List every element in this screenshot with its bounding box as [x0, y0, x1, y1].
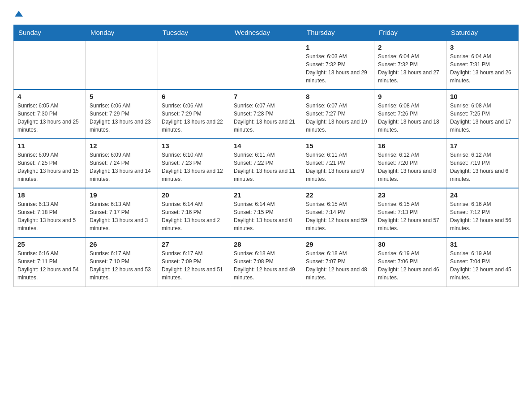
calendar-cell: 24Sunrise: 6:16 AMSunset: 7:12 PMDayligh…	[446, 188, 519, 237]
day-number: 25	[17, 240, 82, 248]
calendar-cell: 3Sunrise: 6:04 AMSunset: 7:31 PMDaylight…	[446, 40, 519, 90]
calendar-cell: 26Sunrise: 6:17 AMSunset: 7:10 PMDayligh…	[86, 237, 158, 287]
calendar-cell: 19Sunrise: 6:13 AMSunset: 7:17 PMDayligh…	[86, 188, 158, 237]
calendar-cell: 20Sunrise: 6:14 AMSunset: 7:16 PMDayligh…	[158, 188, 230, 237]
day-number: 10	[450, 93, 515, 100]
weekday-header-sunday: Sunday	[14, 25, 86, 41]
calendar-cell: 14Sunrise: 6:11 AMSunset: 7:22 PMDayligh…	[230, 139, 302, 188]
day-info: Sunrise: 6:08 AMSunset: 7:26 PMDaylight:…	[378, 102, 442, 134]
calendar-cell	[158, 40, 230, 90]
day-number: 24	[450, 191, 515, 199]
day-number: 6	[162, 93, 226, 100]
day-info: Sunrise: 6:14 AMSunset: 7:15 PMDaylight:…	[234, 200, 298, 232]
day-info: Sunrise: 6:19 AMSunset: 7:04 PMDaylight:…	[450, 249, 515, 282]
day-info: Sunrise: 6:18 AMSunset: 7:07 PMDaylight:…	[306, 249, 370, 282]
day-info: Sunrise: 6:14 AMSunset: 7:16 PMDaylight:…	[162, 200, 226, 232]
day-number: 22	[306, 191, 370, 199]
calendar-cell: 27Sunrise: 6:17 AMSunset: 7:09 PMDayligh…	[158, 237, 230, 287]
calendar-cell: 9Sunrise: 6:08 AMSunset: 7:26 PMDaylight…	[374, 90, 446, 139]
logo	[13, 9, 23, 17]
day-info: Sunrise: 6:15 AMSunset: 7:13 PMDaylight:…	[378, 200, 442, 232]
calendar-cell: 4Sunrise: 6:05 AMSunset: 7:30 PMDaylight…	[14, 90, 86, 139]
calendar-cell: 18Sunrise: 6:13 AMSunset: 7:18 PMDayligh…	[14, 188, 86, 237]
calendar-week-row: 11Sunrise: 6:09 AMSunset: 7:25 PMDayligh…	[14, 139, 519, 188]
calendar-cell: 29Sunrise: 6:18 AMSunset: 7:07 PMDayligh…	[302, 237, 374, 287]
weekday-header-tuesday: Tuesday	[158, 25, 230, 41]
day-info: Sunrise: 6:07 AMSunset: 7:28 PMDaylight:…	[234, 102, 298, 134]
day-number: 4	[17, 93, 82, 100]
day-info: Sunrise: 6:12 AMSunset: 7:19 PMDaylight:…	[450, 151, 515, 183]
day-number: 14	[234, 142, 298, 150]
day-info: Sunrise: 6:10 AMSunset: 7:23 PMDaylight:…	[162, 151, 226, 183]
day-info: Sunrise: 6:09 AMSunset: 7:25 PMDaylight:…	[17, 151, 82, 183]
day-info: Sunrise: 6:06 AMSunset: 7:29 PMDaylight:…	[162, 102, 226, 134]
day-info: Sunrise: 6:17 AMSunset: 7:10 PMDaylight:…	[90, 249, 154, 282]
day-info: Sunrise: 6:04 AMSunset: 7:31 PMDaylight:…	[450, 52, 515, 85]
day-number: 11	[17, 142, 82, 150]
day-info: Sunrise: 6:03 AMSunset: 7:32 PMDaylight:…	[306, 52, 370, 85]
day-number: 21	[234, 191, 298, 199]
day-info: Sunrise: 6:16 AMSunset: 7:11 PMDaylight:…	[17, 249, 82, 282]
calendar-cell: 23Sunrise: 6:15 AMSunset: 7:13 PMDayligh…	[374, 188, 446, 237]
day-number: 23	[378, 191, 442, 199]
day-number: 13	[162, 142, 226, 150]
day-number: 26	[90, 240, 154, 248]
day-number: 1	[306, 43, 370, 51]
day-number: 18	[17, 191, 82, 199]
day-number: 7	[234, 93, 298, 100]
logo-triangle-icon	[15, 11, 23, 17]
day-number: 2	[378, 43, 442, 51]
calendar-cell	[14, 40, 86, 90]
calendar-cell: 31Sunrise: 6:19 AMSunset: 7:04 PMDayligh…	[446, 237, 519, 287]
calendar-header-row: SundayMondayTuesdayWednesdayThursdayFrid…	[14, 25, 519, 41]
day-number: 12	[90, 142, 154, 150]
day-info: Sunrise: 6:05 AMSunset: 7:30 PMDaylight:…	[17, 102, 82, 134]
day-info: Sunrise: 6:11 AMSunset: 7:21 PMDaylight:…	[306, 151, 370, 183]
calendar-cell: 15Sunrise: 6:11 AMSunset: 7:21 PMDayligh…	[302, 139, 374, 188]
day-info: Sunrise: 6:19 AMSunset: 7:06 PMDaylight:…	[378, 249, 442, 282]
calendar-cell: 1Sunrise: 6:03 AMSunset: 7:32 PMDaylight…	[302, 40, 374, 90]
day-number: 9	[378, 93, 442, 100]
day-info: Sunrise: 6:09 AMSunset: 7:24 PMDaylight:…	[90, 151, 154, 183]
day-info: Sunrise: 6:15 AMSunset: 7:14 PMDaylight:…	[306, 200, 370, 232]
calendar-cell	[230, 40, 302, 90]
calendar-cell: 13Sunrise: 6:10 AMSunset: 7:23 PMDayligh…	[158, 139, 230, 188]
day-info: Sunrise: 6:08 AMSunset: 7:25 PMDaylight:…	[450, 102, 515, 134]
calendar-cell: 8Sunrise: 6:07 AMSunset: 7:27 PMDaylight…	[302, 90, 374, 139]
day-number: 3	[450, 43, 515, 51]
day-info: Sunrise: 6:13 AMSunset: 7:17 PMDaylight:…	[90, 200, 154, 232]
day-number: 28	[234, 240, 298, 248]
day-info: Sunrise: 6:11 AMSunset: 7:22 PMDaylight:…	[234, 151, 298, 183]
calendar-week-row: 4Sunrise: 6:05 AMSunset: 7:30 PMDaylight…	[14, 90, 519, 139]
weekday-header-wednesday: Wednesday	[230, 25, 302, 41]
calendar-cell: 6Sunrise: 6:06 AMSunset: 7:29 PMDaylight…	[158, 90, 230, 139]
day-info: Sunrise: 6:06 AMSunset: 7:29 PMDaylight:…	[90, 102, 154, 134]
calendar-table: SundayMondayTuesdayWednesdayThursdayFrid…	[13, 25, 519, 287]
weekday-header-monday: Monday	[86, 25, 158, 41]
day-number: 20	[162, 191, 226, 199]
calendar-cell: 25Sunrise: 6:16 AMSunset: 7:11 PMDayligh…	[14, 237, 86, 287]
weekday-header-saturday: Saturday	[446, 25, 519, 41]
day-info: Sunrise: 6:16 AMSunset: 7:12 PMDaylight:…	[450, 200, 515, 232]
weekday-header-thursday: Thursday	[302, 25, 374, 41]
day-number: 5	[90, 93, 154, 100]
calendar-cell: 16Sunrise: 6:12 AMSunset: 7:20 PMDayligh…	[374, 139, 446, 188]
day-number: 31	[450, 240, 515, 248]
calendar-cell: 12Sunrise: 6:09 AMSunset: 7:24 PMDayligh…	[86, 139, 158, 188]
calendar-cell: 11Sunrise: 6:09 AMSunset: 7:25 PMDayligh…	[14, 139, 86, 188]
calendar-cell: 28Sunrise: 6:18 AMSunset: 7:08 PMDayligh…	[230, 237, 302, 287]
calendar-cell: 22Sunrise: 6:15 AMSunset: 7:14 PMDayligh…	[302, 188, 374, 237]
calendar-cell: 7Sunrise: 6:07 AMSunset: 7:28 PMDaylight…	[230, 90, 302, 139]
calendar-cell: 21Sunrise: 6:14 AMSunset: 7:15 PMDayligh…	[230, 188, 302, 237]
day-info: Sunrise: 6:04 AMSunset: 7:32 PMDaylight:…	[378, 52, 442, 85]
calendar-week-row: 1Sunrise: 6:03 AMSunset: 7:32 PMDaylight…	[14, 40, 519, 90]
day-number: 29	[306, 240, 370, 248]
calendar-week-row: 25Sunrise: 6:16 AMSunset: 7:11 PMDayligh…	[14, 237, 519, 287]
day-number: 8	[306, 93, 370, 100]
day-info: Sunrise: 6:13 AMSunset: 7:18 PMDaylight:…	[17, 200, 82, 232]
day-info: Sunrise: 6:12 AMSunset: 7:20 PMDaylight:…	[378, 151, 442, 183]
day-number: 27	[162, 240, 226, 248]
calendar-cell: 17Sunrise: 6:12 AMSunset: 7:19 PMDayligh…	[446, 139, 519, 188]
page-header	[13, 9, 519, 17]
day-info: Sunrise: 6:18 AMSunset: 7:08 PMDaylight:…	[234, 249, 298, 282]
